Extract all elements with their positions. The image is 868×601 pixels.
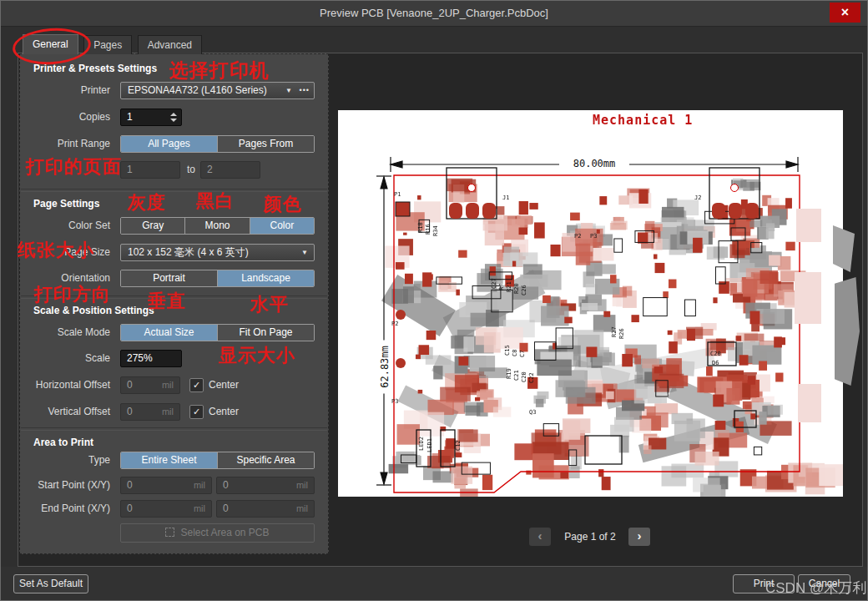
copies-spinner[interactable] <box>168 110 179 124</box>
designator-label: R20 <box>513 283 520 294</box>
to-label: to <box>187 161 195 179</box>
spinner-up-icon <box>170 113 177 116</box>
end-y-value: 0 <box>223 503 229 514</box>
designator-label: C20 <box>521 371 527 382</box>
end-point-row: End Point (X/Y) 0 mil 0 mil <box>20 500 328 519</box>
copies-value: 1 <box>127 111 133 123</box>
section-divider <box>21 295 327 299</box>
mil-unit-label: mil <box>296 501 308 517</box>
select-area-label: Select Area on PCB <box>180 527 269 538</box>
section-divider <box>21 189 327 192</box>
designator-label: LED2 <box>418 437 425 451</box>
color-button[interactable]: Color <box>250 218 314 234</box>
select-area-row: Select Area on PCB <box>20 523 328 543</box>
preview-pcb-dialog: Preview PCB [Venaone_2UP_Charger.PcbDoc]… <box>0 0 868 601</box>
prev-page-button: ‹ <box>529 528 551 546</box>
actual-size-button[interactable]: Actual Size <box>121 325 218 341</box>
height-dimension-label: 62.83mm <box>379 341 391 394</box>
scale-mode-label: Scale Mode <box>20 324 110 341</box>
mil-unit-label: mil <box>162 377 174 393</box>
next-page-button[interactable]: › <box>628 528 650 546</box>
horizontal-offset-row: Horizontal Offset 0 mil ✓ Center <box>20 376 328 396</box>
section-page-settings-title: Page Settings <box>33 198 99 210</box>
designator-label: C27 <box>491 278 497 289</box>
area-type-toggle: Entire Sheet Specific Area <box>120 452 315 469</box>
set-as-default-button[interactable]: Set As Default <box>13 574 88 593</box>
title-bar[interactable]: Preview PCB [Venaone_2UP_Charger.PcbDoc]… <box>1 1 867 27</box>
check-icon: ✓ <box>193 407 200 417</box>
vertical-offset-label: Vertical Offset <box>20 403 110 421</box>
from-page-value: 1 <box>127 164 133 175</box>
all-pages-button[interactable]: All Pages <box>121 136 218 152</box>
type-label: Type <box>20 452 110 469</box>
start-point-label: Start Point (X/Y) <box>20 477 110 494</box>
orientation-toggle: Portrait Landscape <box>120 270 315 287</box>
scale-mode-row: Scale Mode Actual Size Fit On Page <box>20 324 328 343</box>
designator-label: R21 <box>506 281 512 292</box>
tab-pages[interactable]: Pages <box>83 35 132 54</box>
tab-general[interactable]: General <box>23 34 78 54</box>
end-y-input: 0 mil <box>216 500 315 518</box>
blur-artifact <box>833 225 855 272</box>
pages-range-row: 1 to 2 <box>20 161 328 180</box>
page-size-select[interactable]: 102 x 152 毫米 (4 x 6 英寸) ▼ <box>120 244 315 261</box>
section-divider <box>21 427 327 431</box>
scale-row: Scale 275% <box>20 350 328 369</box>
printer-select[interactable]: EPSONA4A732 (L4160 Series) ▼ ••• <box>120 82 315 99</box>
check-icon: ✓ <box>193 380 200 390</box>
fit-on-page-button[interactable]: Fit On Page <box>218 325 314 341</box>
start-x-input: 0 mil <box>120 477 212 494</box>
to-page-value: 2 <box>207 164 213 175</box>
print-range-toggle: All Pages Pages From <box>120 135 315 153</box>
start-point-row: Start Point (X/Y) 0 mil 0 mil <box>20 477 328 496</box>
vertical-offset-value: 0 <box>127 406 133 417</box>
width-dimension-label: 80.00mm <box>559 158 629 170</box>
vertical-offset-input: 0 mil <box>120 403 180 421</box>
designator-label: P3 <box>590 233 597 240</box>
layer-title: Mechanical 1 <box>593 113 693 128</box>
page-size-row: Page Size 102 x 152 毫米 (4 x 6 英寸) ▼ <box>20 244 328 263</box>
section-scale-position-title: Scale & Position Settings <box>33 305 154 317</box>
portrait-button[interactable]: Portrait <box>121 270 218 286</box>
mono-button[interactable]: Mono <box>185 218 250 234</box>
scale-mode-toggle: Actual Size Fit On Page <box>120 324 315 341</box>
page-size-value: 102 x 152 毫米 (4 x 6 英寸) <box>128 245 249 260</box>
close-button[interactable]: × <box>830 3 860 23</box>
mil-unit-label: mil <box>194 477 205 493</box>
printer-label: Printer <box>20 82 110 99</box>
designator-label: LED1 <box>426 438 433 452</box>
copies-input[interactable]: 1 <box>120 109 182 126</box>
settings-panel: Printer & Presets Settings Printer EPSON… <box>19 53 329 554</box>
designator-label: R19 <box>506 368 512 379</box>
designator-label: C26 <box>521 285 527 295</box>
vertical-offset-row: Vertical Offset 0 mil ✓ Center <box>20 403 328 422</box>
pages-from-button[interactable]: Pages From <box>218 136 314 152</box>
printer-properties-icon[interactable]: ••• <box>300 83 310 98</box>
tab-advanced[interactable]: Advanced <box>138 35 202 54</box>
from-page-input: 1 <box>120 161 180 179</box>
designator-label: J1 <box>502 194 509 201</box>
copies-row: Copies 1 <box>20 109 328 128</box>
tab-bar: General Pages Advanced <box>23 34 204 53</box>
pcb-preview-page: P1J1J2R18R16R34P2P3C27R7R21R20C26P2P3R27… <box>338 110 843 497</box>
designator-label: R16 <box>425 224 431 235</box>
vertical-center-checkbox[interactable]: ✓ <box>189 405 204 419</box>
designator-label: C7 <box>519 351 526 357</box>
start-y-value: 0 <box>223 479 229 491</box>
blur-artifact <box>835 277 860 386</box>
horizontal-offset-label: Horizontal Offset <box>20 376 110 394</box>
designator-label: R34 <box>432 225 439 236</box>
select-area-icon <box>165 528 174 537</box>
entire-sheet-button[interactable]: Entire Sheet <box>121 452 218 468</box>
color-set-toggle: Gray Mono Color <box>120 217 315 235</box>
designator-label: J2 <box>694 194 701 201</box>
scale-input[interactable]: 275% <box>120 350 182 367</box>
gray-button[interactable]: Gray <box>121 218 185 234</box>
specific-area-button[interactable]: Specific Area <box>218 452 314 468</box>
printer-row: Printer EPSONA4A732 (L4160 Series) ▼ ••• <box>20 82 328 101</box>
horizontal-center-checkbox[interactable]: ✓ <box>189 378 204 392</box>
designator-label: C8 <box>512 350 518 356</box>
watermark: CSDN @木万利 <box>765 578 866 598</box>
color-set-row: Color Set Gray Mono Color <box>20 217 328 236</box>
landscape-button[interactable]: Landscape <box>218 270 314 286</box>
